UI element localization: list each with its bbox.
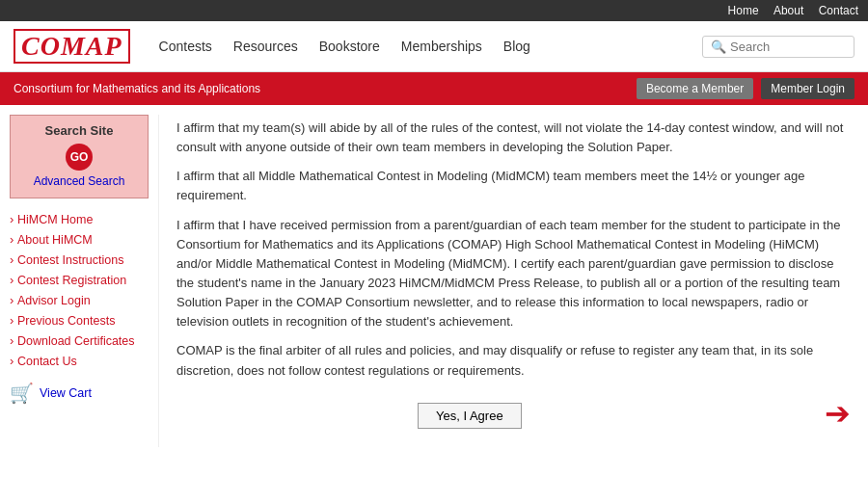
top-about-link[interactable]: About — [773, 4, 803, 17]
arrow-icon: ➔ — [825, 390, 851, 438]
paragraph-3: I affirm that I have received permission… — [176, 216, 851, 332]
yes-agree-button[interactable]: Yes, I Agree — [418, 403, 522, 429]
nav-bookstore[interactable]: Bookstore — [319, 39, 380, 54]
header-buttons: Become a Member Member Login — [637, 78, 854, 99]
search-site-box: Search Site GO Advanced Search — [10, 115, 149, 198]
sidebar-nav: HiMCM Home About HiMCM Contest Instructi… — [10, 212, 149, 368]
sidebar: Search Site GO Advanced Search HiMCM Hom… — [0, 115, 159, 447]
logo-text: COMAP — [14, 29, 130, 64]
view-cart-label: View Cart — [40, 386, 92, 400]
go-button[interactable]: GO — [66, 144, 93, 171]
nav-blog[interactable]: Blog — [503, 39, 530, 54]
become-member-button[interactable]: Become a Member — [637, 78, 753, 99]
main-nav: Contests Resources Bookstore Memberships… — [159, 39, 683, 54]
view-cart-link[interactable]: 🛒 View Cart — [10, 382, 149, 405]
sidebar-item-previous-contests[interactable]: Previous Contests — [10, 313, 149, 328]
logo[interactable]: COMAP — [14, 29, 130, 64]
sidebar-item-contact-us[interactable]: Contact Us — [10, 354, 149, 368]
top-home-link[interactable]: Home — [728, 4, 759, 17]
sidebar-item-download-certificates[interactable]: Download Certificates — [10, 333, 149, 348]
top-contact-link[interactable]: Contact — [819, 4, 858, 17]
sidebar-item-contest-registration[interactable]: Contest Registration — [10, 273, 149, 287]
search-site-title: Search Site — [16, 123, 142, 138]
sidebar-item-about-himcm[interactable]: About HiMCM — [10, 232, 149, 247]
nav-resources[interactable]: Resources — [233, 39, 298, 54]
header: COMAP Contests Resources Bookstore Membe… — [0, 21, 868, 72]
top-bar: Home About Contact — [0, 0, 868, 21]
red-bar: Consortium for Mathematics and its Appli… — [0, 72, 868, 105]
nav-contests[interactable]: Contests — [159, 39, 212, 54]
advanced-search-link[interactable]: Advanced Search — [16, 174, 142, 188]
paragraph-4: COMAP is the final arbiter of all rules … — [176, 341, 851, 380]
cart-icon: 🛒 — [10, 382, 34, 405]
paragraph-1: I affirm that my team(s) will abide by a… — [176, 119, 851, 157]
tagline: Consortium for Mathematics and its Appli… — [14, 82, 260, 95]
nav-memberships[interactable]: Memberships — [401, 39, 482, 54]
paragraph-2: I affirm that all Middle Mathematical Co… — [176, 167, 851, 205]
search-input[interactable] — [730, 40, 846, 54]
member-login-button[interactable]: Member Login — [761, 78, 854, 99]
sidebar-item-advisor-login[interactable]: Advisor Login — [10, 293, 149, 307]
content-area: I affirm that my team(s) will abide by a… — [159, 115, 868, 447]
main-layout: Search Site GO Advanced Search HiMCM Hom… — [0, 105, 868, 457]
agree-area: Yes, I Agree ➔ — [176, 390, 851, 438]
search-box[interactable]: 🔍 — [702, 36, 854, 58]
search-icon: 🔍 — [711, 40, 726, 54]
sidebar-item-himcm-home[interactable]: HiMCM Home — [10, 212, 149, 226]
sidebar-item-contest-instructions[interactable]: Contest Instructions — [10, 252, 149, 267]
